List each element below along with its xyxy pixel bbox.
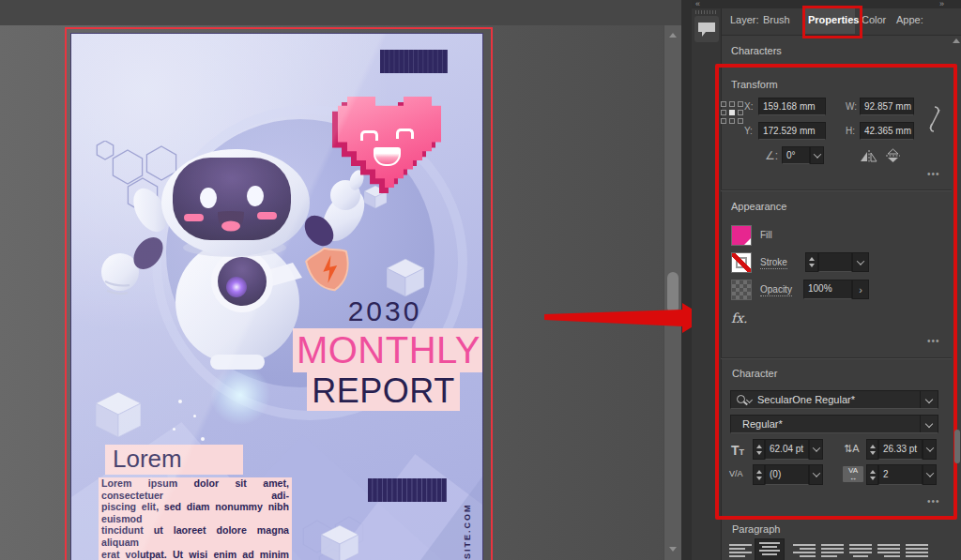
appearance-section-title: Appearance: [731, 201, 786, 212]
dot-grid-bottom: [368, 478, 447, 502]
rotate-angle-icon: ∠:: [765, 149, 778, 162]
artboard-selection-border[interactable]: 2030 MONTHLY REPORT Lorem ipsum Lorem ip…: [65, 27, 493, 560]
poster-body-text[interactable]: Lorem ipsum dolor sit amet, consectetuer…: [99, 477, 292, 560]
opacity-swatch[interactable]: [731, 280, 752, 300]
workspace-top-strip: [0, 0, 692, 25]
speech-bubble-icon: [697, 21, 716, 38]
leading-stepper[interactable]: [866, 439, 878, 460]
section-divider: [721, 189, 952, 191]
transform-more-options[interactable]: •••: [927, 169, 940, 179]
para-align-center-button[interactable]: [755, 538, 785, 560]
tab-appearance[interactable]: Appe:: [896, 14, 923, 25]
transform-section-title: Transform: [731, 79, 778, 90]
sparkle: [201, 437, 205, 441]
flip-horizontal-icon[interactable]: [861, 150, 877, 162]
pixel-heart-illustration[interactable]: [338, 97, 441, 188]
dot-grid-top: [380, 50, 448, 73]
scroll-down-icon[interactable]: [669, 547, 677, 552]
font-style-dropdown[interactable]: [920, 416, 938, 432]
character-section-title: Character: [732, 368, 777, 379]
scroll-up-icon[interactable]: [669, 33, 677, 38]
cube-shape: [387, 259, 424, 296]
font-family-select[interactable]: SecularOne Regular*: [730, 390, 938, 409]
stroke-weight-stepper[interactable]: [805, 252, 818, 272]
rotate-angle-input[interactable]: 0°: [782, 146, 810, 164]
comments-button[interactable]: [694, 16, 719, 42]
fill-label[interactable]: Fill: [760, 230, 772, 240]
font-style-select[interactable]: Regular*: [730, 415, 938, 433]
poster-title-report[interactable]: REPORT: [307, 372, 460, 411]
flip-vertical-icon[interactable]: [886, 148, 900, 163]
font-style-value: Regular*: [742, 416, 783, 432]
panel-scrollbar-thumb[interactable]: [954, 430, 960, 463]
collapse-left-icon[interactable]: «: [695, 0, 700, 8]
sparkle: [173, 428, 175, 431]
document-scrollbar[interactable]: [664, 25, 682, 560]
context-header: Characters: [731, 45, 782, 56]
poster-artwork: 2030 MONTHLY REPORT Lorem ipsum Lorem ip…: [70, 33, 483, 560]
kerning-input[interactable]: (0): [765, 464, 809, 485]
poster-title-monthly[interactable]: MONTHLY: [293, 328, 483, 372]
tab-brushes[interactable]: Brush: [763, 14, 790, 25]
fill-color-swatch[interactable]: [731, 225, 752, 246]
panel-gripper[interactable]: [695, 10, 717, 14]
h-input[interactable]: 42.365 mm: [860, 122, 914, 140]
character-more-options[interactable]: •••: [927, 496, 940, 507]
fx-effects-button[interactable]: fx.: [731, 310, 748, 325]
poster-website-text[interactable]: YOURSITE.COM: [463, 480, 472, 560]
para-align-left-button[interactable]: [729, 541, 752, 560]
link-dimensions-icon[interactable]: [927, 105, 942, 133]
w-input[interactable]: 92.857 mm: [860, 98, 914, 115]
app-window: 2030 MONTHLY REPORT Lorem ipsum Lorem ip…: [0, 0, 961, 560]
para-justify-left-button[interactable]: [821, 541, 844, 560]
tab-color[interactable]: Color: [862, 14, 886, 25]
para-justify-right-button[interactable]: [877, 541, 900, 560]
tracking-input[interactable]: 2: [878, 464, 923, 485]
font-search-icon: [737, 395, 745, 403]
rotate-angle-dropdown[interactable]: [810, 146, 824, 164]
cube-shape: [321, 525, 358, 560]
x-input[interactable]: 159.168 mm: [758, 98, 826, 115]
h-label: H:: [846, 126, 855, 136]
section-divider: [721, 357, 952, 359]
stroke-weight-input[interactable]: [818, 252, 852, 272]
opacity-label[interactable]: Opacity: [760, 284, 792, 296]
para-justify-all-button[interactable]: [906, 541, 928, 560]
font-size-stepper[interactable]: [753, 439, 765, 460]
collapse-right-icon[interactable]: »: [939, 0, 944, 8]
appearance-more-options[interactable]: •••: [927, 336, 940, 346]
poster-year-text[interactable]: 2030: [332, 295, 437, 327]
tracking-dropdown[interactable]: [923, 464, 937, 485]
heart-eye-icon: [360, 130, 378, 141]
w-label: W:: [846, 101, 857, 112]
tracking-icon: VA↔: [843, 466, 863, 482]
tracking-stepper[interactable]: [866, 464, 878, 485]
pixel-heart-face: [338, 97, 441, 188]
font-size-icon: TT: [731, 443, 744, 458]
leading-input[interactable]: 26.33 pt: [878, 439, 923, 460]
paragraph-section-title: Paragraph: [732, 523, 780, 535]
para-justify-center-button[interactable]: [849, 541, 872, 560]
stroke-color-swatch[interactable]: [731, 252, 752, 273]
body-line: erat volutpat. Ut wisi enim ad minim ven…: [99, 549, 292, 560]
canvas-area[interactable]: 2030 MONTHLY REPORT Lorem ipsum Lorem ip…: [0, 25, 681, 560]
tab-layers[interactable]: Layer:: [730, 14, 759, 25]
reference-point-locator[interactable]: [721, 101, 743, 124]
font-size-input[interactable]: 62.04 pt: [765, 439, 809, 460]
kerning-icon: V/A: [729, 469, 743, 478]
leading-dropdown[interactable]: [923, 439, 937, 460]
kerning-stepper[interactable]: [753, 464, 765, 485]
panel-icon-strip: [692, 8, 722, 560]
stroke-label[interactable]: Stroke: [760, 257, 787, 269]
kerning-dropdown[interactable]: [809, 464, 823, 485]
panel-scroll-up-icon[interactable]: [953, 38, 960, 43]
font-family-dropdown[interactable]: [920, 391, 938, 408]
para-align-right-button[interactable]: [793, 541, 816, 560]
poster-heading-text[interactable]: Lorem ipsum: [105, 445, 243, 475]
stroke-weight-dropdown[interactable]: [852, 252, 869, 272]
opacity-expand-button[interactable]: ›: [852, 280, 869, 299]
y-input[interactable]: 172.529 mm: [758, 122, 826, 140]
opacity-input[interactable]: 100%: [803, 280, 852, 299]
heart-eye-icon: [396, 129, 414, 139]
font-size-dropdown[interactable]: [809, 439, 823, 460]
